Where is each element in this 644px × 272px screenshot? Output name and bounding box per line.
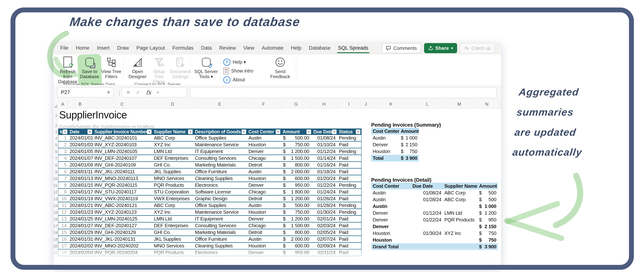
- menu-tab-file[interactable]: File: [56, 42, 72, 54]
- cell-id[interactable]: 2: [58, 142, 68, 148]
- cell[interactable]: INV_JKL-20240131: [93, 236, 152, 242]
- row-number-1[interactable]: 1: [54, 108, 57, 123]
- row-number-3[interactable]: 3: [54, 129, 57, 135]
- detail-supplier[interactable]: [443, 223, 478, 230]
- row-number-18[interactable]: 18: [54, 229, 57, 236]
- menu-tab-formulas[interactable]: Formulas: [169, 42, 198, 54]
- name-box[interactable]: P27 ▾: [57, 87, 114, 97]
- cell[interactable]: 2024/01/19: [68, 196, 93, 202]
- column-letter-C[interactable]: C: [92, 100, 152, 108]
- column-header-status[interactable]: Status▾: [338, 129, 361, 135]
- cell-due-date[interactable]: 01/08/24: [312, 135, 338, 141]
- cell[interactable]: Austin: [247, 236, 281, 242]
- cell-id[interactable]: 8: [58, 182, 68, 188]
- cell-id[interactable]: 7: [58, 175, 68, 181]
- row-number-11[interactable]: 11: [54, 182, 57, 189]
- select-all-corner[interactable]: [54, 104, 57, 108]
- cell-due-date[interactable]: 02/05/24: [312, 229, 338, 236]
- cell[interactable]: INV_XYZ-20240103: [93, 142, 152, 148]
- cell[interactable]: Paid: [338, 223, 361, 229]
- cell[interactable]: 2024/01/21: [68, 202, 93, 209]
- row-number-9[interactable]: 9: [54, 169, 57, 175]
- cell[interactable]: Cleaning Supplies: [194, 175, 247, 181]
- cell[interactable]: 2024/01/11: [68, 169, 93, 175]
- cell[interactable]: Marketing Materials: [194, 229, 247, 236]
- cell[interactable]: Paid: [338, 189, 361, 195]
- cell[interactable]: 2024/01/09: [68, 162, 93, 168]
- cell[interactable]: INV_DEF-20240107: [93, 155, 152, 161]
- filter-button[interactable]: ▾: [306, 130, 311, 134]
- cell[interactable]: 2024/01/07: [68, 155, 93, 161]
- cell-id[interactable]: 11: [58, 202, 68, 209]
- detail-amount[interactable]: $1 200: [478, 210, 498, 216]
- column-letter-E[interactable]: E: [193, 100, 246, 108]
- cell[interactable]: INV_GHI-20240109: [93, 162, 152, 168]
- cell[interactable]: Denver: [247, 182, 281, 188]
- summary-amount[interactable]: $2 150: [399, 141, 419, 148]
- cell[interactable]: 2024/01/17: [68, 189, 93, 195]
- cell[interactable]: Paid: [338, 162, 361, 168]
- cell[interactable]: INV_JKL-20240111: [93, 169, 152, 175]
- detail-due-date[interactable]: 01/12/24: [411, 210, 443, 216]
- cell[interactable]: Software License: [194, 189, 247, 195]
- cell[interactable]: INV_LMN-20240125: [93, 216, 152, 222]
- cell-due-date[interactable]: 01/24/24: [312, 189, 338, 195]
- view-tree-filters-button[interactable]: View Tree Filters: [100, 57, 122, 79]
- cell[interactable]: ABC Corp: [152, 202, 194, 209]
- cell[interactable]: INV_DEF-20240127: [93, 223, 152, 229]
- summary-cost-center[interactable]: Denver: [371, 141, 399, 148]
- cell-amount[interactable]: $600.00: [281, 175, 312, 181]
- cell[interactable]: INV_PQR-20240115: [93, 182, 152, 188]
- cell[interactable]: Houston: [247, 142, 281, 148]
- sql-server-tools-button[interactable]: ↺ SQL Server Tools ▾: [194, 57, 218, 79]
- filter-button[interactable]: ▾: [332, 130, 337, 134]
- detail-supplier[interactable]: ABC Corp: [443, 196, 478, 203]
- column-letter-D[interactable]: D: [152, 100, 193, 108]
- formula-input[interactable]: [190, 87, 497, 98]
- cell[interactable]: INV_ABC-20240101: [93, 135, 152, 141]
- detail-amount[interactable]: $750: [478, 230, 498, 237]
- row-number-13[interactable]: 13: [54, 196, 57, 202]
- menu-tab-page-layout[interactable]: Page Layout: [133, 42, 169, 54]
- cell[interactable]: 2024/01/15: [68, 182, 93, 188]
- share-button[interactable]: Share ▾: [424, 43, 457, 53]
- detail-supplier[interactable]: PQR Products: [443, 216, 478, 223]
- row-number-19[interactable]: 19: [54, 236, 57, 243]
- menu-tab-view[interactable]: View: [240, 42, 258, 54]
- column-letter-I[interactable]: I: [337, 100, 361, 108]
- cell[interactable]: Paid: [338, 236, 361, 242]
- detail-due-date[interactable]: [411, 237, 443, 243]
- column-letter-J[interactable]: J: [361, 100, 371, 108]
- cell[interactable]: Consulting Services: [194, 155, 247, 161]
- cell[interactable]: Paid: [338, 155, 361, 161]
- cell[interactable]: XYZ Inc: [152, 209, 194, 215]
- cell-amount[interactable]: $750.00: [281, 142, 312, 148]
- detail-amount[interactable]: $500: [478, 196, 498, 203]
- column-letter-H[interactable]: H: [312, 100, 337, 108]
- detail-amount[interactable]: $1 000: [478, 203, 498, 210]
- cell-due-date[interactable]: 01/10/24: [312, 142, 338, 148]
- help-menu-item[interactable]: ? Help ▾: [223, 58, 268, 66]
- cell[interactable]: Maintenance Service: [194, 142, 247, 148]
- cell-id[interactable]: 9: [58, 189, 68, 195]
- cell[interactable]: INV_GHI-20240129: [93, 229, 152, 236]
- cell[interactable]: Detroit: [247, 229, 281, 236]
- cell[interactable]: Office Supplies: [194, 202, 247, 209]
- column-letter-N[interactable]: N: [475, 100, 499, 108]
- row-number-2[interactable]: 2: [54, 123, 57, 129]
- cell-id[interactable]: 1: [58, 135, 68, 141]
- detail-cost-center[interactable]: Denver: [371, 210, 411, 216]
- cell-due-date[interactable]: 02/01/24: [312, 216, 338, 222]
- cell-due-date[interactable]: 01/22/24: [312, 182, 338, 188]
- menu-tab-database[interactable]: Database: [305, 42, 334, 54]
- cell[interactable]: Pending: [338, 148, 361, 154]
- send-feedback-button[interactable]: Send Feedback: [269, 57, 292, 79]
- menu-tab-help[interactable]: Help: [287, 42, 305, 54]
- cell[interactable]: 2024/01/25: [68, 216, 93, 222]
- cancel-entry-button[interactable]: ✕: [126, 89, 130, 96]
- row-number-16[interactable]: 16: [54, 216, 57, 223]
- cell[interactable]: 2024/01/01: [68, 135, 93, 141]
- filter-button[interactable]: ▾: [147, 130, 152, 134]
- cell[interactable]: Chicago: [247, 189, 281, 195]
- summary-amount[interactable]: $750: [399, 148, 419, 155]
